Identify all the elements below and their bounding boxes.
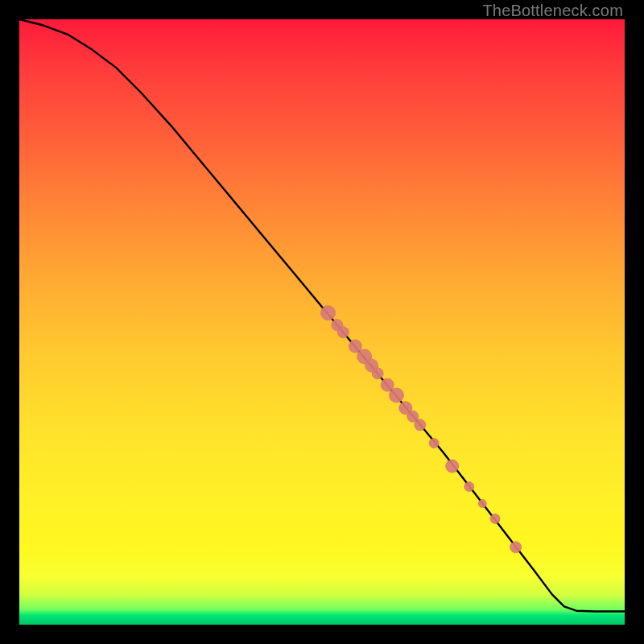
chart-stage: TheBottleneck.com [0, 0, 644, 644]
data-dot [390, 388, 404, 402]
data-dot [337, 327, 349, 338]
data-dot [478, 500, 486, 508]
data-dot [464, 482, 474, 492]
data-dot [429, 438, 439, 448]
data-dot [510, 542, 522, 553]
data-dot [415, 419, 426, 431]
plot-area [19, 19, 625, 625]
scatter-dots [321, 306, 522, 553]
chart-svg [19, 19, 625, 625]
watermark-label: TheBottleneck.com [482, 2, 623, 20]
data-dot [490, 514, 500, 523]
data-dot [321, 306, 336, 320]
data-dot [372, 368, 383, 379]
data-dot [446, 460, 459, 473]
